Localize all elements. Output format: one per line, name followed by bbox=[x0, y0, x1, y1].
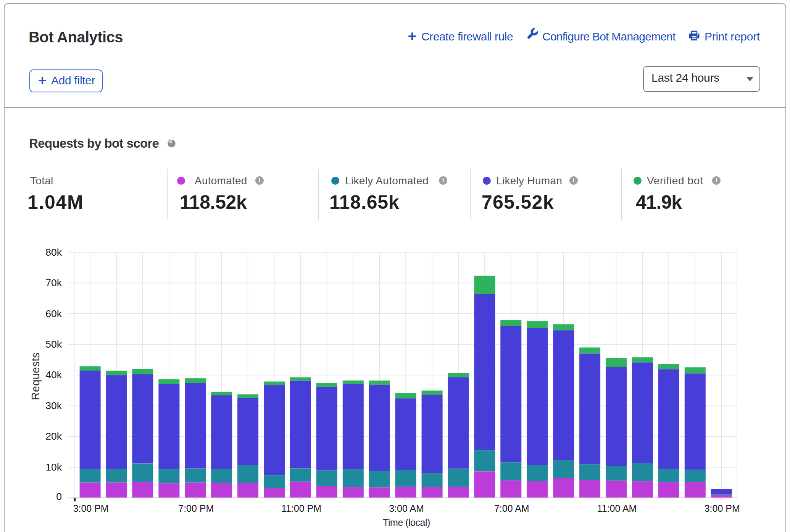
svg-text:40k: 40k bbox=[45, 369, 62, 380]
svg-text:70k: 70k bbox=[45, 277, 62, 289]
svg-text:3:00 PM: 3:00 PM bbox=[705, 503, 740, 514]
svg-text:60k: 60k bbox=[45, 308, 62, 319]
svg-text:Time (local): Time (local) bbox=[383, 517, 430, 528]
svg-text:10k: 10k bbox=[45, 461, 62, 473]
svg-text:Requests: Requests bbox=[29, 353, 42, 400]
svg-text:0: 0 bbox=[56, 491, 62, 502]
svg-text:80k: 80k bbox=[45, 247, 62, 258]
svg-text:20k: 20k bbox=[45, 430, 62, 442]
svg-text:50k: 50k bbox=[45, 339, 62, 350]
svg-text:3:00 AM: 3:00 AM bbox=[389, 503, 424, 514]
svg-text:11:00 AM: 11:00 AM bbox=[597, 503, 637, 514]
svg-text:11:00 PM: 11:00 PM bbox=[281, 503, 321, 514]
svg-text:3:00 PM: 3:00 PM bbox=[73, 503, 109, 514]
svg-text:7:00 PM: 7:00 PM bbox=[178, 503, 214, 514]
svg-text:30k: 30k bbox=[45, 400, 62, 411]
svg-text:7:00 AM: 7:00 AM bbox=[494, 503, 529, 514]
